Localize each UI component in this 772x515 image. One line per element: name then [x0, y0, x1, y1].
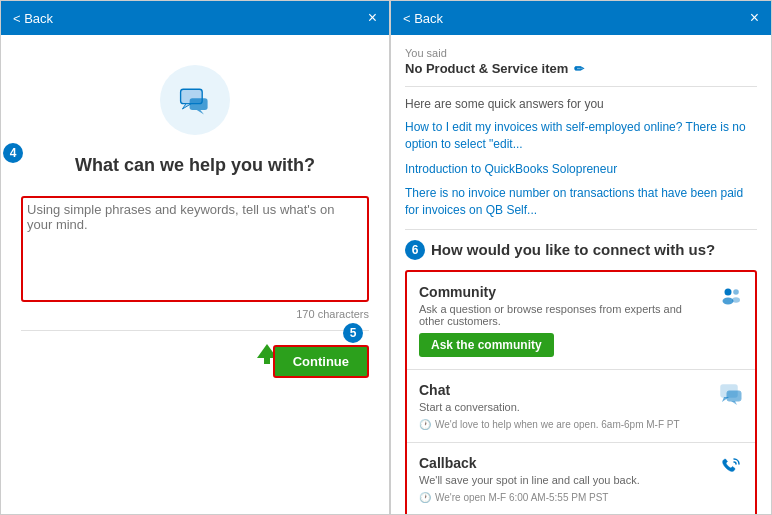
chat-hours: We'd love to help when we are open. 6am-… [435, 419, 680, 430]
right-content: You said No Product & Service item ✏ Her… [391, 35, 771, 514]
left-back-button[interactable]: < Back [13, 11, 53, 26]
community-title: Community [419, 284, 709, 300]
svg-point-8 [733, 289, 739, 295]
right-back-button[interactable]: < Back [403, 11, 443, 26]
community-text: Community Ask a question or browse respo… [419, 284, 709, 357]
left-panel: < Back × 4 What can we help you with? [0, 0, 390, 515]
textarea-wrap [21, 196, 369, 302]
clock-icon-2: 🕐 [419, 492, 431, 503]
connect-header-row: 6 How would you like to connect with us? [405, 240, 757, 260]
quick-link-0[interactable]: How to I edit my invoices with self-empl… [405, 119, 757, 153]
callback-title: Callback [419, 455, 709, 471]
svg-marker-13 [731, 401, 737, 405]
char-count: 170 characters [21, 308, 369, 320]
step4-badge: 4 [3, 143, 23, 163]
left-close-button[interactable]: × [368, 9, 377, 27]
svg-rect-2 [190, 98, 208, 110]
divider [21, 330, 369, 331]
callback-desc: We'll save your spot in line and call yo… [419, 474, 709, 486]
left-back-label: < Back [13, 11, 53, 26]
chat-text: Chat Start a conversation. 🕐 We'd love t… [419, 382, 709, 430]
callback-hours-row: 🕐 We're open M-F 6:00 AM-5:55 PM PST [419, 492, 709, 503]
svg-point-6 [725, 288, 732, 295]
clock-icon: 🕐 [419, 419, 431, 430]
you-said-item: No Product & Service item ✏ [405, 61, 757, 76]
chat-icon-wrap [160, 65, 230, 135]
right-close-button[interactable]: × [750, 9, 759, 27]
chat-bubbles-icon [177, 82, 213, 118]
options-box: Community Ask a question or browse respo… [405, 270, 757, 514]
you-said-label: You said [405, 47, 757, 59]
ask-community-button[interactable]: Ask the community [419, 333, 554, 357]
step5-badge-label: 5 [343, 323, 369, 343]
help-title: What can we help you with? [75, 155, 315, 176]
connect-title: How would you like to connect with us? [431, 241, 715, 258]
svg-point-7 [723, 297, 734, 304]
divider-top [405, 86, 757, 87]
left-header: < Back × [1, 1, 389, 35]
chat-desc: Start a conversation. [419, 401, 709, 413]
callback-text: Callback We'll save your spot in line an… [419, 455, 709, 503]
quick-answers-label: Here are some quick answers for you [405, 97, 757, 111]
right-header: < Back × [391, 1, 771, 35]
chat-icon [719, 382, 743, 411]
edit-icon[interactable]: ✏ [574, 62, 584, 76]
right-back-label: < Back [403, 11, 443, 26]
community-desc: Ask a question or browse responses from … [419, 303, 709, 327]
chat-hours-row: 🕐 We'd love to help when we are open. 6a… [419, 419, 709, 430]
svg-marker-3 [197, 110, 204, 115]
callback-hours: We're open M-F 6:00 AM-5:55 PM PST [435, 492, 608, 503]
community-option: Community Ask a question or browse respo… [407, 272, 755, 370]
chat-title: Chat [419, 382, 709, 398]
you-said-value: No Product & Service item [405, 61, 568, 76]
svg-point-9 [732, 297, 740, 303]
divider-mid [405, 229, 757, 230]
step5-badge: 5 [343, 323, 363, 343]
chat-option: Chat Start a conversation. 🕐 We'd love t… [407, 370, 755, 443]
community-icon [719, 284, 743, 313]
svg-rect-12 [727, 391, 741, 401]
right-panel: < Back × You said No Product & Service i… [390, 0, 772, 515]
quick-link-2[interactable]: There is no invoice number on transactio… [405, 185, 757, 219]
step6-badge: 6 [405, 240, 425, 260]
help-textarea[interactable] [27, 202, 363, 292]
svg-rect-5 [264, 357, 270, 364]
callback-icon [719, 455, 743, 484]
connect-section: 6 How would you like to connect with us?… [405, 240, 757, 514]
continue-row: 5 Continue [21, 345, 369, 378]
quick-link-1[interactable]: Introduction to QuickBooks Solopreneur [405, 161, 757, 178]
continue-button[interactable]: Continue [273, 345, 369, 378]
left-content: 4 What can we help you with? 170 charact… [1, 35, 389, 514]
callback-option: Callback We'll save your spot in line an… [407, 443, 755, 514]
